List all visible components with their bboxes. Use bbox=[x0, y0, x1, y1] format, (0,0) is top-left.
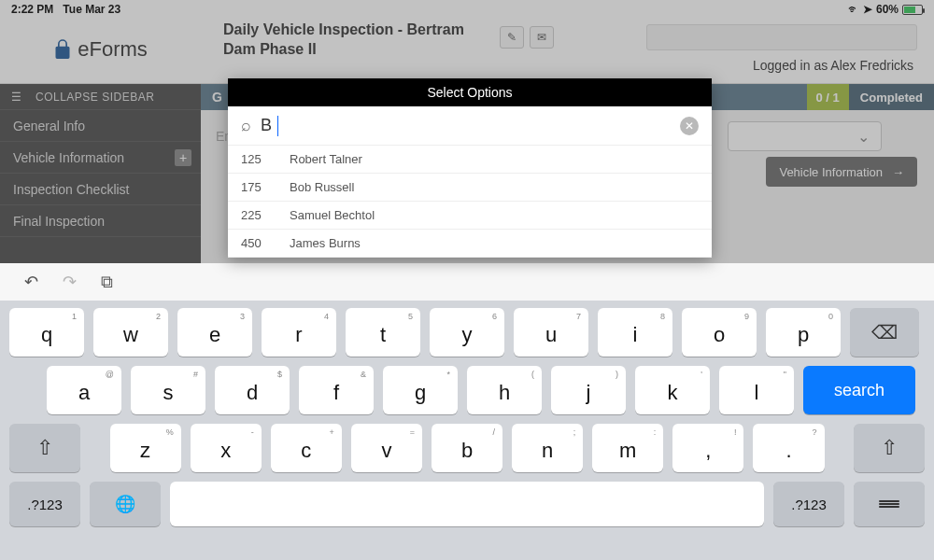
modal-title: Select Options bbox=[228, 78, 712, 106]
key-w[interactable]: 2w bbox=[93, 308, 168, 357]
shift-icon bbox=[881, 436, 898, 460]
sidebar-item-vehicle-information[interactable]: Vehicle Information bbox=[0, 142, 201, 174]
globe-icon bbox=[115, 494, 135, 514]
redo-button[interactable]: ↷ bbox=[63, 272, 77, 292]
key-a[interactable]: @a bbox=[47, 366, 121, 414]
key-shift-right[interactable] bbox=[854, 424, 925, 472]
key-numeric-mode[interactable]: .?123 bbox=[9, 482, 80, 526]
key-shift-left[interactable] bbox=[9, 424, 80, 472]
clear-search-button[interactable]: ✕ bbox=[680, 117, 699, 135]
vehicle-information-button[interactable]: Vehicle Information → bbox=[766, 157, 917, 187]
key-l[interactable]: "l bbox=[719, 366, 794, 414]
keyboard-toolbar: ↶ ↷ ⧉ bbox=[0, 263, 934, 301]
option-row[interactable]: 175Bob Russell bbox=[228, 174, 712, 202]
email-button[interactable]: ✉ bbox=[530, 26, 554, 49]
key-o[interactable]: 9o bbox=[682, 308, 757, 357]
key-n[interactable]: ;n bbox=[512, 424, 583, 472]
key-q[interactable]: 1q bbox=[9, 308, 84, 357]
search-icon: ⌕ bbox=[241, 116, 251, 135]
paste-button[interactable]: ⧉ bbox=[101, 273, 113, 292]
backspace-icon bbox=[871, 321, 898, 343]
sidebar-item-general-info[interactable]: General Info bbox=[0, 110, 201, 142]
lock-icon bbox=[53, 38, 72, 61]
select-dropdown[interactable]: ⌄ bbox=[728, 121, 882, 151]
key-f[interactable]: &f bbox=[299, 366, 374, 414]
key-s[interactable]: #s bbox=[131, 366, 205, 414]
key-b[interactable]: /b bbox=[432, 424, 502, 472]
modal-search-row: ⌕ ✕ bbox=[228, 106, 712, 146]
key-,[interactable]: !, bbox=[672, 424, 743, 472]
hamburger-icon bbox=[11, 91, 26, 104]
logged-in-text: Logged in as Alex Fredricks bbox=[753, 58, 913, 73]
modal-search-input[interactable] bbox=[261, 116, 671, 135]
key-x[interactable]: -x bbox=[191, 424, 262, 472]
sidebar-item-final-inspection[interactable]: Final Inspection bbox=[0, 205, 201, 237]
chevron-down-icon: ⌄ bbox=[857, 128, 870, 146]
key-t[interactable]: 5t bbox=[346, 308, 420, 357]
status-bar: 2:22 PM Tue Mar 23 ᯤ ➤ 60% bbox=[0, 0, 934, 19]
key-z[interactable]: %z bbox=[110, 424, 181, 472]
key-g[interactable]: *g bbox=[383, 366, 458, 414]
progress-indicator: 0 / 1 Completed bbox=[807, 84, 934, 110]
edit-button[interactable]: ✎ bbox=[500, 26, 524, 49]
arrow-right-icon: → bbox=[892, 165, 904, 179]
select-options-modal: Select Options ⌕ ✕ 125Robert Talner175Bo… bbox=[228, 78, 712, 258]
key-d[interactable]: $d bbox=[215, 366, 290, 414]
form-title: Daily Vehicle Inspection - Bertram Dam P… bbox=[223, 21, 466, 60]
collapse-sidebar[interactable]: COLLAPSE SIDEBAR bbox=[0, 84, 201, 110]
option-row[interactable]: 225Samuel Bechtol bbox=[228, 202, 712, 230]
keyboard-icon bbox=[879, 500, 899, 508]
key-k[interactable]: 'k bbox=[635, 366, 710, 414]
key-m[interactable]: :m bbox=[592, 424, 663, 472]
battery-percent: 60% bbox=[876, 3, 899, 16]
keyboard: 1q2w3e4r5t6y7u8i9o0p @a#s$d&f*g(h)j'k"ls… bbox=[0, 301, 934, 560]
key-.[interactable]: ?. bbox=[753, 424, 824, 472]
key-j[interactable]: )j bbox=[551, 366, 626, 414]
key-numeric-mode-right[interactable]: .?123 bbox=[773, 482, 844, 526]
option-row[interactable]: 125Robert Talner bbox=[228, 146, 712, 174]
key-search[interactable]: search bbox=[803, 366, 915, 414]
sidebar-item-inspection-checklist[interactable]: Inspection Checklist bbox=[0, 174, 201, 205]
key-c[interactable]: +c bbox=[271, 424, 342, 472]
shift-icon bbox=[36, 436, 53, 460]
key-h[interactable]: (h bbox=[467, 366, 542, 414]
undo-button[interactable]: ↶ bbox=[24, 272, 38, 292]
key-hide-keyboard[interactable] bbox=[854, 482, 925, 526]
key-u[interactable]: 7u bbox=[514, 308, 588, 357]
key-v[interactable]: =v bbox=[351, 424, 422, 472]
top-search-input[interactable] bbox=[646, 24, 917, 50]
status-time: 2:22 PM bbox=[11, 3, 53, 16]
key-e[interactable]: 3e bbox=[177, 308, 252, 357]
sidebar: COLLAPSE SIDEBAR General Info Vehicle In… bbox=[0, 84, 201, 263]
wifi-icon: ᯤ bbox=[848, 3, 859, 16]
location-icon: ➤ bbox=[863, 3, 872, 16]
key-r[interactable]: 4r bbox=[262, 308, 336, 357]
option-row[interactable]: 450James Burns bbox=[228, 230, 712, 258]
key-backspace[interactable] bbox=[850, 308, 919, 357]
key-globe[interactable] bbox=[90, 482, 161, 526]
key-space[interactable] bbox=[170, 482, 764, 526]
key-p[interactable]: 0p bbox=[766, 308, 841, 357]
key-i[interactable]: 8i bbox=[598, 308, 672, 357]
battery-icon bbox=[902, 5, 923, 15]
key-y[interactable]: 6y bbox=[430, 308, 504, 357]
status-date: Tue Mar 23 bbox=[63, 3, 120, 16]
